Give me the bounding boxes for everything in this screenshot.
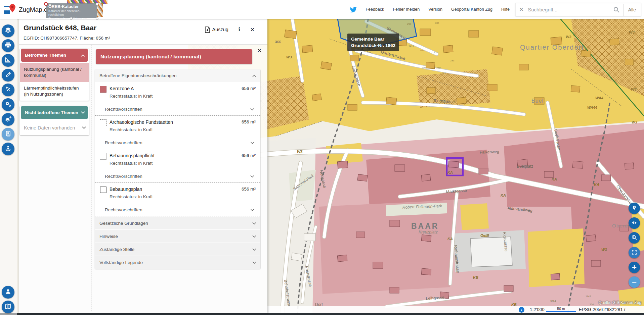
extract-pdf-button[interactable]: Auszug xyxy=(205,27,228,33)
link-feedback[interactable]: Feedback xyxy=(366,7,384,12)
zoom-in-button[interactable]: + xyxy=(629,262,640,273)
fullscreen-icon xyxy=(631,249,637,257)
accordion-zustaendige-stelle[interactable]: Zuständige Stelle xyxy=(95,243,260,256)
tool-sidebar xyxy=(0,19,17,315)
bottom-strip xyxy=(0,313,644,315)
search-box: ✕ Alle xyxy=(515,3,641,16)
accordion-vollstaendige-legende[interactable]: Vollständige Legende xyxy=(95,256,260,269)
affected-topics-label: Betroffene Themen xyxy=(25,53,66,58)
oereb-banner-subtitle1: Kataster der öffentlich-rechtlichen xyxy=(48,9,94,16)
compare-arrows-icon xyxy=(631,219,637,227)
link-geoportal[interactable]: Geoportal Kanton Zug xyxy=(451,7,492,12)
search-scope-button[interactable]: Alle xyxy=(624,7,641,12)
restriction-item-kernzone: Kernzone A 656 m² Rechtsstatus: in Kraft… xyxy=(95,82,260,116)
search-input[interactable] xyxy=(527,6,609,13)
map-label: W3 xyxy=(632,120,637,124)
restrictions-header[interactable]: Betroffene Eigentumsbeschränkungen xyxy=(95,69,260,82)
oereb-banner-title: ÖREB-Kataster xyxy=(48,5,94,9)
map-label: Buelplatz xyxy=(517,164,533,169)
map-attribution: Quelle: GIS Kanton Zug xyxy=(599,300,641,305)
add-layer-icon xyxy=(5,115,12,124)
restriction-name: Bebauungsplanpflicht xyxy=(110,153,242,158)
map-label: W3 xyxy=(297,150,303,154)
accordion-label: Gesetzliche Grundlagen xyxy=(99,221,148,226)
not-affected-topics-header[interactable]: Nicht betroffene Themen xyxy=(21,106,88,119)
banner-handle[interactable] xyxy=(96,17,98,20)
select-button[interactable] xyxy=(2,84,14,96)
banner-handle[interactable] xyxy=(70,17,73,20)
restriction-name: Kernzone A xyxy=(110,86,242,91)
tooltip-municipality: Gemeinde Baar xyxy=(351,36,395,42)
layers-button[interactable] xyxy=(2,24,14,37)
chevron-down-icon xyxy=(252,222,256,225)
link-version[interactable]: Version xyxy=(428,7,442,12)
search-icon[interactable] xyxy=(610,6,623,13)
zoom-rectangle-button[interactable] xyxy=(629,232,640,244)
basemap-button[interactable] xyxy=(2,301,14,313)
topic-laermempfindlichkeit[interactable]: Lärmempfindlichkeitsstufen (in Nutzungsz… xyxy=(20,82,89,101)
topic-nutzungsplanung[interactable]: Nutzungsplanung (kantonal / kommunal) xyxy=(20,63,89,82)
print-button[interactable] xyxy=(2,39,14,52)
link-fehler-melden[interactable]: Fehler melden xyxy=(393,7,420,12)
restriction-name: Archaeologische Fundstaetten xyxy=(110,119,242,125)
measure-button[interactable] xyxy=(2,54,14,67)
restriction-status: Rechtsstatus: in Kraft xyxy=(110,161,256,166)
draw-button[interactable] xyxy=(2,69,14,82)
app-header: ZugMap.ch ÖREB-Kataster Kataster der öff… xyxy=(0,0,644,19)
link-hilfe[interactable]: Hilfe xyxy=(501,7,510,12)
map-label: KA xyxy=(594,182,599,187)
banner-handle[interactable] xyxy=(96,3,98,5)
locate-button[interactable] xyxy=(629,203,640,214)
chevron-down-icon xyxy=(250,209,254,211)
restriction-area: 656 m² xyxy=(242,86,256,91)
zugmap-logo-icon[interactable] xyxy=(3,3,17,17)
rechtsvorschriften-row[interactable]: Rechtsvorschriften xyxy=(105,107,256,112)
oereb-extract-button[interactable] xyxy=(2,128,14,141)
scale-bar-label: 50 m xyxy=(557,307,565,311)
rechtsvorschriften-row[interactable]: Rechtsvorschriften xyxy=(105,207,256,212)
legend-swatch-border xyxy=(100,187,106,193)
chevron-down-icon xyxy=(81,111,85,114)
print-icon xyxy=(5,42,11,50)
fullscreen-button[interactable] xyxy=(629,247,640,258)
restriction-area: 656 m² xyxy=(242,119,256,124)
accordion-gesetzliche-grundlagen[interactable]: Gesetzliche Grundlagen xyxy=(95,217,260,229)
map-label: 302 xyxy=(420,49,424,52)
zoom-out-button[interactable]: − xyxy=(629,276,640,288)
info-button[interactable]: i xyxy=(239,26,240,33)
scale-info-icon[interactable]: i xyxy=(519,307,524,313)
rechtsvorschriften-row[interactable]: Rechtsvorschriften xyxy=(105,174,256,179)
twitter-icon[interactable] xyxy=(350,7,357,12)
rechtsvorschriften-row[interactable]: Rechtsvorschriften xyxy=(105,140,256,145)
no-data-row[interactable]: Keine Daten vorhanden xyxy=(20,120,89,135)
map-label: 211 xyxy=(442,71,446,74)
legend-swatch-outline xyxy=(100,153,106,160)
user-icon xyxy=(5,288,11,296)
topics-column: Betroffene Themen Nutzungsplanung (kanto… xyxy=(20,47,89,141)
map-label: WA44 xyxy=(587,105,597,109)
gears-icon xyxy=(5,101,12,109)
add-layer-button[interactable] xyxy=(2,113,14,126)
panel-close-button[interactable]: ✕ xyxy=(250,27,255,33)
search-clear-icon[interactable]: ✕ xyxy=(516,6,527,13)
chevron-down-icon xyxy=(252,261,256,264)
map-label: KA xyxy=(447,170,453,174)
map-label: 1411 xyxy=(409,45,414,48)
banner-handle[interactable] xyxy=(44,2,48,6)
account-button[interactable] xyxy=(2,286,14,299)
oereb-banner[interactable]: ÖREB-Kataster Kataster der öffentlich-re… xyxy=(46,3,97,18)
map-label: KA xyxy=(447,237,453,241)
scale-bar-line xyxy=(546,311,576,312)
detail-title: Nutzungsplanung (kantonal / kommunal) xyxy=(96,49,252,64)
map-label: 3264 xyxy=(550,300,556,303)
chevron-up-icon xyxy=(252,74,256,77)
restriction-item-bebauungsplan: Bebauungsplan 656 m² Rechtsstatus: in Kr… xyxy=(95,183,260,216)
compare-button[interactable] xyxy=(629,217,640,229)
accordion-label: Hinweise xyxy=(99,234,118,239)
detail-close-button[interactable]: ✕ xyxy=(257,48,262,53)
accordion-hinweise[interactable]: Hinweise xyxy=(95,230,260,243)
affected-topics-header[interactable]: Betroffene Themen xyxy=(21,49,88,62)
streetview-button[interactable] xyxy=(2,143,14,155)
rechtsvorschriften-label: Rechtsvorschriften xyxy=(105,140,142,145)
settings-button[interactable] xyxy=(2,98,14,111)
